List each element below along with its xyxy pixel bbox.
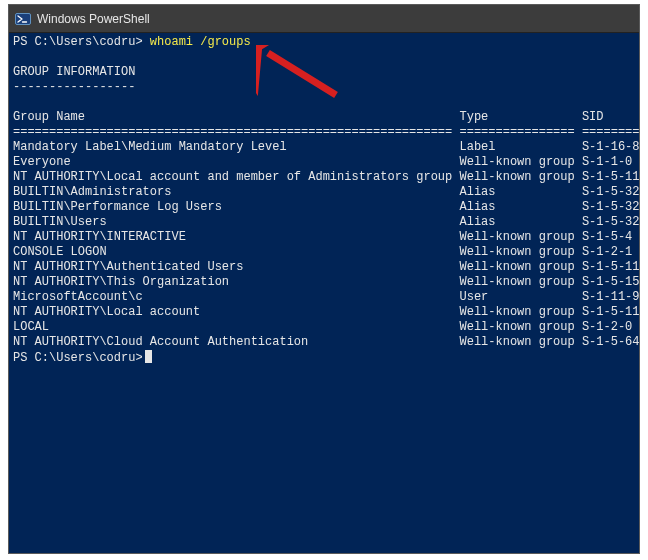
terminal-area[interactable]: PS C:\Users\codru> whoami /groups GROUP … bbox=[9, 33, 639, 553]
window-titlebar[interactable]: Windows PowerShell bbox=[9, 5, 639, 33]
section-underline: ----------------- bbox=[13, 80, 135, 94]
table-row: NT AUTHORITY\INTERACTIVE Well-known grou… bbox=[13, 230, 632, 244]
table-row: BUILTIN\Users Alias S-1-5-32-545 bbox=[13, 215, 639, 229]
table-row: NT AUTHORITY\Authenticated Users Well-kn… bbox=[13, 260, 639, 274]
prompt-line: PS C:\Users\codru> bbox=[13, 35, 150, 49]
table-row: CONSOLE LOGON Well-known group S-1-2-1 bbox=[13, 245, 632, 259]
window-title: Windows PowerShell bbox=[37, 12, 150, 26]
table-header: Group Name Type SID bbox=[13, 110, 604, 124]
table-row: NT AUTHORITY\Local account Well-known gr… bbox=[13, 305, 639, 319]
table-row: MicrosoftAccount\c User S-1-11-96-362345… bbox=[13, 290, 639, 304]
table-row: BUILTIN\Administrators Alias S-1-5-32-54… bbox=[13, 185, 639, 199]
table-row: NT AUTHORITY\Local account and member of… bbox=[13, 170, 639, 184]
table-row: BUILTIN\Performance Log Users Alias S-1-… bbox=[13, 200, 639, 214]
table-row: NT AUTHORITY\Cloud Account Authenticatio… bbox=[13, 335, 639, 349]
section-title: GROUP INFORMATION bbox=[13, 65, 135, 79]
powershell-icon bbox=[15, 11, 31, 27]
cursor bbox=[145, 350, 152, 363]
table-row: NT AUTHORITY\This Organization Well-know… bbox=[13, 275, 639, 289]
table-row: LOCAL Well-known group S-1-2-0 bbox=[13, 320, 632, 334]
table-row: Everyone Well-known group S-1-1-0 bbox=[13, 155, 632, 169]
table-separator: ========================================… bbox=[13, 125, 639, 139]
svg-rect-0 bbox=[16, 13, 31, 24]
powershell-window: Windows PowerShell PS C:\Users\codru> wh… bbox=[8, 4, 640, 554]
table-row: Mandatory Label\Medium Mandatory Level L… bbox=[13, 140, 639, 154]
command-text: whoami /groups bbox=[150, 35, 251, 49]
prompt-line: PS C:\Users\codru> bbox=[13, 351, 143, 365]
